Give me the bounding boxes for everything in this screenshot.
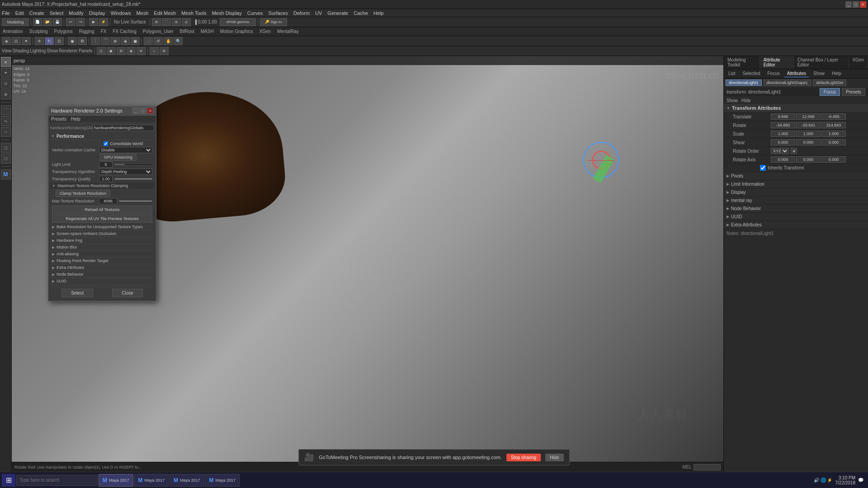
pivots-section[interactable]: ▶ Pivots [724, 172, 868, 180]
viewport[interactable]: 人人素材 RRCG 人人素材 www.rrcg.cn persp Verts: … [12, 56, 723, 488]
scale-z[interactable] [821, 131, 846, 137]
translate-y[interactable] [796, 113, 821, 120]
cam-pan[interactable]: ✋ [164, 37, 173, 45]
show-link[interactable]: Show [726, 98, 738, 103]
taskbar-app-maya-3[interactable]: M Maya 2017 [170, 474, 204, 487]
tool-open[interactable]: 📂 [43, 18, 52, 26]
panels-mash[interactable]: MASH [201, 29, 214, 34]
taskbar-app-maya-4[interactable]: M Maya 2017 [205, 474, 240, 487]
subtab-selected[interactable]: Selected [740, 70, 763, 77]
dialog-close-btn[interactable]: Close [112, 289, 143, 297]
transform-attrs-section[interactable]: ▼ Transform Attributes [724, 104, 868, 113]
node-chip-directional-light-shape[interactable]: directionalLightShape1 [764, 80, 811, 86]
sign-in-btn[interactable]: 🔑 Sign In [260, 18, 287, 26]
panels-polygons-user[interactable]: Polygons_User [143, 29, 174, 34]
inherits-checkbox[interactable] [760, 165, 766, 171]
presets-btn[interactable]: Presets [842, 88, 865, 96]
tab-modeling-toolkit[interactable]: Modeling Toolkit [724, 56, 760, 69]
snap-to-curve[interactable]: ⌒ [101, 37, 110, 45]
window-controls[interactable]: _ □ ✕ [845, 1, 866, 8]
snap-to-grid[interactable]: ⋮ [91, 37, 100, 45]
bezier-curve[interactable]: ∽ [1, 127, 11, 137]
extra-attrs-rp-section[interactable]: ▶ Extra Attributes [724, 221, 868, 229]
scale-tool[interactable]: ⊡ [55, 37, 64, 45]
panels-mentalray[interactable]: MentalRay [277, 29, 299, 34]
dialog-buttons[interactable]: _ □ ✕ [132, 108, 153, 114]
max-texture-slider[interactable] [119, 200, 152, 202]
rotate-axis-y[interactable] [796, 156, 821, 163]
tool-undo[interactable]: ↩ [66, 18, 75, 26]
clamp-texture-btn[interactable]: Clamp Texture Resolution [56, 190, 110, 197]
extra-attrs-section[interactable]: ▶ Extra Attributes [50, 264, 154, 271]
rotate-order-select[interactable]: XYZ [771, 148, 789, 154]
subtab-focus[interactable]: Focus [764, 70, 782, 77]
subtab-attributes[interactable]: Attributes [784, 70, 809, 77]
node-chip-default-light-set[interactable]: defaultLightSet [813, 80, 846, 86]
translate-x[interactable] [771, 113, 795, 120]
move-tool[interactable]: ✛ [35, 37, 44, 45]
shear-z[interactable] [821, 139, 846, 145]
select-mode[interactable]: ◈ [1, 57, 11, 67]
mental-ray-section[interactable]: ▶ mental ray [724, 197, 868, 205]
maximize-button[interactable]: □ [853, 1, 859, 8]
menu-deform[interactable]: Deform [293, 10, 310, 16]
snap-grid[interactable]: ⊞ [152, 18, 161, 26]
mel-input[interactable] [693, 464, 721, 470]
consolidate-checkbox[interactable] [104, 141, 108, 146]
panels-fxcaching[interactable]: FX Caching [113, 29, 136, 34]
dialog-close[interactable]: ✕ [147, 108, 153, 114]
rotate-x[interactable] [771, 122, 795, 128]
gpu-instancing-btn[interactable]: GPU Instancing [100, 154, 137, 161]
cam-tool[interactable]: 🎥 [144, 37, 153, 45]
snap-surface[interactable]: ▣ [131, 37, 140, 45]
anti-aliasing-section[interactable]: ▶ Anti-aliasing [50, 251, 154, 258]
paint-effects[interactable]: ✦ [1, 68, 11, 78]
menu-edit-mesh[interactable]: Edit Mesh [154, 10, 176, 16]
taskbar-app-maya-1[interactable]: M Maya 2017 [99, 474, 133, 487]
max-texture-input[interactable] [99, 198, 117, 204]
regenerate-btn[interactable]: Regenerate All UV Tile Preview Textures [52, 215, 152, 223]
select-tool[interactable]: ◈ [2, 37, 11, 45]
display-section[interactable]: ▶ Display [724, 188, 868, 197]
tool-save[interactable]: 💾 [53, 18, 62, 26]
ssao-section[interactable]: ▶ Screen-space Ambient Occlusion [50, 230, 154, 237]
menu-curves[interactable]: Curves [247, 10, 263, 16]
rotate-tool[interactable]: ↻ [45, 37, 54, 45]
snap-curve[interactable]: ⌒ [162, 18, 171, 26]
menu-cache[interactable]: Cache [354, 10, 368, 16]
menu-mesh-display[interactable]: Mesh Display [212, 10, 242, 16]
ep-curve[interactable]: ∿ [1, 116, 11, 126]
cam-home[interactable]: ⌂ [150, 47, 159, 55]
tool-render[interactable]: ▶ [89, 18, 98, 26]
panels-rigging[interactable]: Rigging [79, 29, 94, 34]
globals-input[interactable] [93, 125, 154, 131]
hide-link[interactable]: Hide [741, 98, 751, 103]
translate-z[interactable] [821, 113, 846, 120]
tab-xgen[interactable]: XGen [849, 56, 868, 69]
light-limit-slider[interactable] [114, 164, 152, 165]
rivet-tool[interactable]: ⊕ [1, 89, 11, 99]
scale-y[interactable] [796, 131, 821, 137]
menu-select[interactable]: Select [50, 10, 64, 16]
rotate-order-btn[interactable]: ⊕ [791, 148, 797, 154]
gamma-select[interactable]: sRGB gamma [220, 18, 256, 26]
panels-sculpting[interactable]: Sculpting [29, 29, 47, 34]
curve-tool[interactable]: ⌒ [1, 105, 11, 115]
vertex-anim-select[interactable]: Disable [99, 147, 152, 153]
stop-sharing-btn[interactable]: Stop sharing [506, 454, 541, 461]
tool-ipr[interactable]: ⚡ [99, 18, 108, 26]
menu-mesh-tools[interactable]: Mesh Tools [181, 10, 206, 16]
view-btn-5[interactable]: ⊕ [137, 47, 146, 55]
panels-xgen[interactable]: XGen [259, 29, 271, 34]
dialog-menu-presets[interactable]: Presets [51, 117, 66, 122]
panels-animation[interactable]: Animation [3, 29, 23, 34]
snap-point[interactable]: ⊕ [172, 18, 181, 26]
dialog-minimize[interactable]: _ [132, 108, 139, 114]
menu-create[interactable]: Create [29, 10, 44, 16]
snap-view[interactable]: ◎ [182, 18, 191, 26]
cam-orbit[interactable]: ↺ [154, 37, 163, 45]
panels-bifrost[interactable]: BifRost [180, 29, 194, 34]
menu-uv[interactable]: UV [315, 10, 322, 16]
tab-channel-box[interactable]: Channel Box / Layer Editor [794, 56, 849, 69]
cam-all[interactable]: ⊞ [160, 47, 169, 55]
